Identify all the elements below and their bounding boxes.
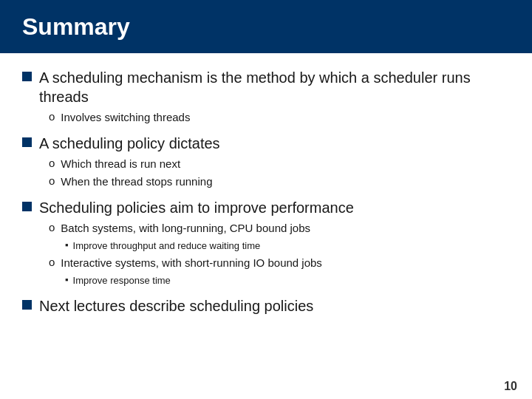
bullet-text-1: A scheduling mechanism is the method by … — [39, 68, 510, 106]
sub-bullets-2: o Which thread is run next o When the th… — [49, 156, 510, 189]
sub-bullet-item-2-2: o When the thread stops running — [49, 174, 510, 189]
bullet-text-4: Next lectures describe scheduling polici… — [39, 296, 313, 316]
bullet-text-2: A scheduling policy dictates — [39, 134, 220, 153]
bullet-item-2: A scheduling policy dictates o Which thr… — [22, 134, 510, 189]
sub-sub-bullet-marker-3-1-1: ▪ — [65, 239, 69, 250]
bullet-square-1 — [22, 72, 32, 81]
sub-bullet-text-2-1: Which thread is run next — [61, 156, 180, 171]
bullet-text-3: Scheduling policies aim to improve perfo… — [39, 198, 354, 217]
sub-sub-bullet-text-3-2-1: Improve response time — [73, 274, 171, 287]
sub-bullet-item-3-2: o Interactive systems, with short-runnin… — [49, 255, 510, 270]
slide-footer: 10 — [0, 377, 532, 399]
bullet-square-3 — [22, 202, 32, 211]
sub-bullet-item-1-1: o Involves switching threads — [49, 109, 510, 125]
sub-sub-bullet-text-3-1-1: Improve throughput and reduce waiting ti… — [73, 239, 261, 253]
sub-sub-bullets-3-2: ▪ Improve response time — [65, 274, 510, 287]
sub-bullet-text-3-2: Interactive systems, with short-running … — [61, 255, 322, 270]
page-number: 10 — [504, 380, 517, 393]
sub-bullets-1: o Involves switching threads — [49, 109, 510, 125]
sub-bullet-text-1-1: Involves switching threads — [61, 109, 190, 125]
sub-bullet-text-2-2: When the thread stops running — [61, 174, 212, 189]
sub-sub-bullet-item-3-2-1: ▪ Improve response time — [65, 274, 510, 287]
sub-sub-bullet-marker-3-2-1: ▪ — [65, 274, 69, 285]
sub-bullet-marker-2-1: o — [49, 157, 55, 169]
bullet-square-4 — [22, 300, 32, 310]
sub-bullets-3: o Batch systems, with long-running, CPU … — [49, 220, 510, 287]
sub-sub-bullets-3-1: ▪ Improve throughput and reduce waiting … — [65, 239, 510, 253]
sub-bullet-item-2-1: o Which thread is run next — [49, 156, 510, 171]
bullet-square-2 — [22, 137, 32, 147]
slide-content: A scheduling mechanism is the method by … — [0, 53, 532, 377]
sub-bullet-marker-2-2: o — [49, 174, 55, 187]
sub-bullet-text-3-1: Batch systems, with long-running, CPU bo… — [61, 220, 310, 236]
slide: Summary A scheduling mechanism is the me… — [0, 0, 532, 399]
bullet-item-3: Scheduling policies aim to improve perfo… — [22, 198, 510, 287]
sub-sub-bullet-item-3-1-1: ▪ Improve throughput and reduce waiting … — [65, 239, 510, 253]
bullet-item-4: Next lectures describe scheduling polici… — [22, 296, 510, 316]
sub-bullet-item-3-1: o Batch systems, with long-running, CPU … — [49, 220, 510, 236]
slide-header: Summary — [0, 0, 532, 53]
sub-bullet-marker-3-1: o — [49, 221, 55, 233]
slide-title: Summary — [22, 13, 130, 41]
sub-bullet-marker-1-1: o — [49, 110, 55, 123]
sub-bullet-marker-3-2: o — [49, 256, 55, 268]
bullet-item-1: A scheduling mechanism is the method by … — [22, 68, 510, 125]
